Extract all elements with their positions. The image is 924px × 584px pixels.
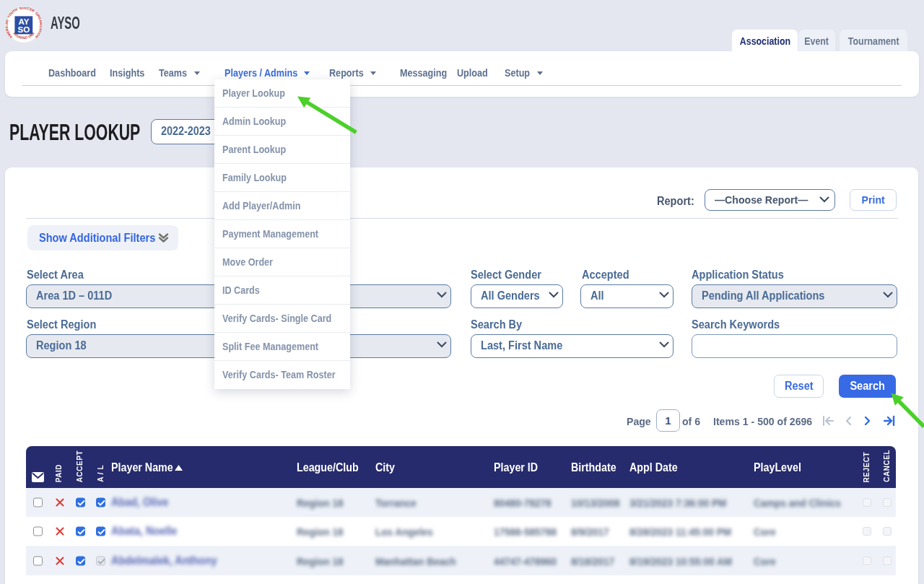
svg-text:AY: AY bbox=[18, 17, 29, 26]
svg-text:SO: SO bbox=[18, 25, 30, 34]
